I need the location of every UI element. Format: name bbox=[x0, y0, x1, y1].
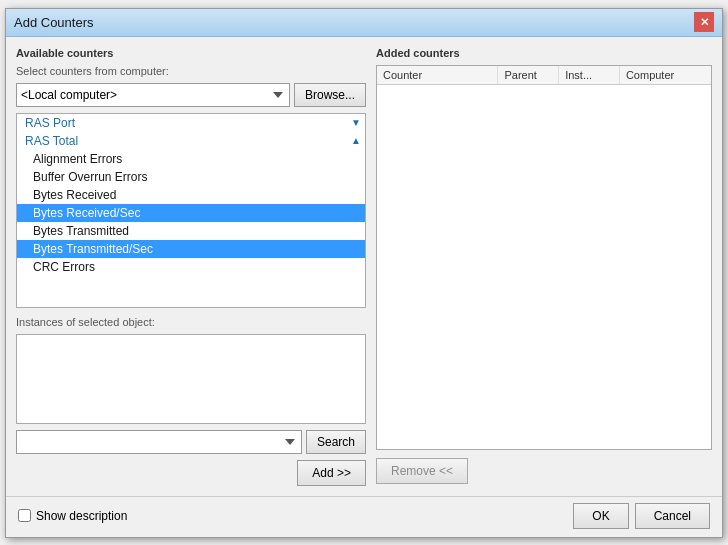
left-panel: Available counters Select counters from … bbox=[16, 47, 366, 486]
right-panel: Added counters Counter Parent Inst... Co… bbox=[376, 47, 712, 486]
dialog-body: Available counters Select counters from … bbox=[6, 37, 722, 496]
col-computer: Computer bbox=[620, 66, 711, 84]
added-counters-table[interactable]: Counter Parent Inst... Computer bbox=[376, 65, 712, 450]
add-button[interactable]: Add >> bbox=[297, 460, 366, 486]
search-dropdown[interactable] bbox=[16, 430, 302, 454]
ok-button[interactable]: OK bbox=[573, 503, 628, 529]
list-item[interactable]: Bytes Transmitted bbox=[17, 222, 365, 240]
show-description-checkbox[interactable] bbox=[18, 509, 31, 522]
add-counters-dialog: Add Counters ✕ Available counters Select… bbox=[5, 8, 723, 538]
search-row: Search bbox=[16, 430, 366, 454]
list-item[interactable]: Bytes Received bbox=[17, 186, 365, 204]
footer-buttons: OK Cancel bbox=[573, 503, 710, 529]
show-description-label: Show description bbox=[36, 509, 127, 523]
list-item-bytes-received-sec[interactable]: Bytes Received/Sec bbox=[17, 204, 365, 222]
title-bar: Add Counters ✕ bbox=[6, 9, 722, 37]
added-counters-label: Added counters bbox=[376, 47, 712, 59]
search-button[interactable]: Search bbox=[306, 430, 366, 454]
available-counters-label: Available counters bbox=[16, 47, 366, 59]
dialog-footer: Show description OK Cancel bbox=[6, 496, 722, 537]
chevron-up-icon: ▲ bbox=[351, 135, 361, 146]
counters-list[interactable]: RAS Port ▼ RAS Total ▲ Alignment Errors … bbox=[16, 113, 366, 308]
dialog-title: Add Counters bbox=[14, 15, 94, 30]
col-counter: Counter bbox=[377, 66, 498, 84]
counter-group-ras-port[interactable]: RAS Port ▼ bbox=[17, 114, 365, 132]
instances-label: Instances of selected object: bbox=[16, 316, 366, 328]
list-item[interactable]: Alignment Errors bbox=[17, 150, 365, 168]
table-header: Counter Parent Inst... Computer bbox=[377, 66, 711, 85]
computer-select-row: <Local computer> Browse... bbox=[16, 83, 366, 107]
remove-button[interactable]: Remove << bbox=[376, 458, 468, 484]
remove-btn-row: Remove << bbox=[376, 456, 712, 486]
col-inst: Inst... bbox=[559, 66, 620, 84]
chevron-down-icon: ▼ bbox=[351, 117, 361, 128]
col-parent: Parent bbox=[498, 66, 559, 84]
list-item-crc-errors[interactable]: CRC Errors bbox=[17, 258, 365, 276]
select-from-label: Select counters from computer: bbox=[16, 65, 366, 77]
list-item-bytes-transmitted-sec[interactable]: Bytes Transmitted/Sec bbox=[17, 240, 365, 258]
computer-dropdown[interactable]: <Local computer> bbox=[16, 83, 290, 107]
show-description-row: Show description bbox=[18, 509, 127, 523]
add-btn-row: Add >> bbox=[16, 460, 366, 486]
browse-button[interactable]: Browse... bbox=[294, 83, 366, 107]
close-button[interactable]: ✕ bbox=[694, 12, 714, 32]
cancel-button[interactable]: Cancel bbox=[635, 503, 710, 529]
list-item[interactable]: Buffer Overrun Errors bbox=[17, 168, 365, 186]
counter-group-ras-total[interactable]: RAS Total ▲ bbox=[17, 132, 365, 150]
instances-list[interactable] bbox=[16, 334, 366, 424]
